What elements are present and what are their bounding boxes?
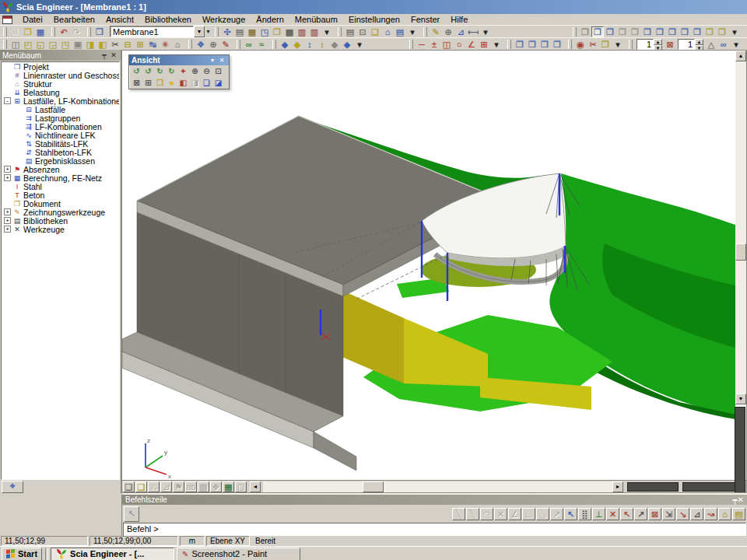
clean-icon[interactable]: ⌂ [171, 39, 184, 50]
activity-filter-icon[interactable]: ⊞ [134, 39, 146, 50]
tree-expander[interactable]: + [4, 217, 11, 224]
plane-selector[interactable]: Ebene XY [206, 536, 250, 546]
clip-box-icon[interactable]: ◧ [177, 78, 189, 88]
cross-snap-icon[interactable]: ✕ [606, 508, 619, 520]
endpoint-snap-icon[interactable]: ↖ [620, 508, 633, 520]
pin-panel-icon[interactable]: ┯ [100, 51, 109, 60]
diagram-icon[interactable]: ⊿ [454, 26, 467, 37]
tree-expander[interactable]: - [4, 97, 11, 104]
tree-item[interactable]: ⇶ LF-Kombinationen [2, 122, 119, 131]
activity-filter-icon[interactable]: ▣ [72, 39, 84, 50]
vertical-scrollbar[interactable]: ▲ ▼ [735, 51, 746, 404]
tree-item[interactable]: ∿ Nichtlineare LFK [2, 131, 119, 139]
export-entity-icon[interactable]: ❐ [599, 39, 612, 50]
horizontal-scrollbar-thumb[interactable] [363, 481, 384, 492]
draw-dimension-icon[interactable]: ± [428, 39, 440, 50]
scroll-left-icon[interactable]: ◂ [250, 481, 261, 492]
document-window-icon[interactable] [2, 16, 12, 24]
link-icon[interactable]: ∞ [717, 39, 730, 50]
menu-tree-tab[interactable]: ❖ [2, 481, 23, 493]
gallery-icon[interactable]: ▥ [296, 26, 308, 37]
clipboard-cut-icon[interactable]: ✂ [109, 39, 121, 50]
select-tool-icon[interactable]: ◆ [328, 39, 341, 50]
more-tools-arrow[interactable]: ▾ [479, 26, 492, 37]
view-params-icon[interactable]: ❑ [201, 78, 212, 88]
command-input[interactable]: Befehl > [123, 523, 746, 537]
cursor-snap-icon[interactable]: ↖ [564, 508, 577, 520]
tree-item[interactable]: T Beton [2, 191, 119, 199]
annotate-icon[interactable]: ✎ [430, 26, 442, 37]
taskbar-task-scia[interactable]: Scia Engineer - [... [51, 548, 174, 560]
save-icon[interactable]: ▦ [34, 26, 47, 37]
tree-item[interactable]: ❒ Projekt [2, 62, 119, 71]
move-tool-icon[interactable]: ↕ [303, 39, 316, 50]
window-layout-icon[interactable]: ❐ [716, 26, 728, 37]
move-tool-icon[interactable]: ↕ [316, 39, 328, 50]
start-button[interactable]: Start [2, 548, 42, 560]
tree-item[interactable]: ⇉ Lastgruppen [2, 114, 119, 122]
spinner-up-icon[interactable]: ▲ [695, 39, 703, 45]
activity-filter-icon[interactable]: ⊟ [121, 39, 134, 50]
menu-item[interactable]: Bearbeiten [48, 15, 100, 25]
close-panel-icon[interactable]: ✕ [109, 51, 118, 60]
draw-circle-icon[interactable]: ○ [453, 39, 465, 50]
zoom-out-icon[interactable]: ⊖ [201, 66, 212, 76]
dock-bar[interactable] [627, 482, 679, 492]
disconnect-members-icon[interactable]: ≈ [255, 39, 268, 50]
draw-angle-icon[interactable]: ∠ [465, 39, 478, 50]
select-tool-icon[interactable]: ◆ [291, 39, 303, 50]
project-data-icon[interactable]: ✣ [221, 26, 233, 37]
toolbar-collapse-icon[interactable]: ▾ [208, 57, 217, 64]
dimension-icon[interactable]: ⟷ [467, 26, 479, 37]
window-layout-icon[interactable]: ❐ [629, 26, 641, 37]
view-toolbar-titlebar[interactable]: Ansicht ▾ ✕ [129, 55, 229, 65]
plane-snap-icon[interactable]: ⌂ [718, 508, 731, 520]
tree-item[interactable]: + ▤ Bibliotheken [2, 216, 119, 225]
tree-expander[interactable]: + [4, 226, 11, 233]
window-layout-icon[interactable]: ❐ [641, 26, 654, 37]
draw-line-icon[interactable]: ─ [416, 39, 428, 50]
activity-filter-icon[interactable]: ◫ [9, 39, 22, 50]
tree-item[interactable]: ⇅ Stabilitäts-LFK [2, 139, 119, 148]
node-snap-icon[interactable]: ↘ [676, 508, 689, 520]
tree-item[interactable]: ⊟ Lastfälle [2, 105, 119, 114]
rotate-view-icon[interactable]: ↺ [131, 66, 142, 76]
open-file-icon[interactable]: ❐ [22, 26, 34, 37]
project-window-icon[interactable]: ❒ [93, 26, 106, 37]
window-layout-icon[interactable]: ❐ [616, 26, 629, 37]
select-tool-icon[interactable]: ◆ [279, 39, 291, 50]
zoom-selection-icon[interactable]: ⊞ [142, 78, 154, 88]
more-tools-arrow[interactable]: ▾ [406, 26, 419, 37]
tree-item[interactable]: + ⚑ Absenzen [2, 165, 119, 173]
dock-bar-vertical[interactable] [735, 407, 745, 493]
menu-item[interactable]: Bibliotheken [139, 15, 197, 25]
tree-expander[interactable]: + [4, 208, 11, 215]
undo-icon[interactable]: ↶ [58, 26, 70, 37]
tree-item[interactable]: - ⊞ Lastfälle, LF-Kombinationen [2, 96, 119, 105]
scale-spinner-value[interactable]: 1 [637, 39, 654, 50]
tree-item[interactable]: + ▦ Berechnung, FE-Netz [2, 173, 119, 182]
regenerate-icon[interactable]: ✳ [159, 39, 171, 50]
layers-manager-icon[interactable]: ▤ [233, 26, 246, 37]
center-snap-icon[interactable]: ⇲ [662, 508, 675, 520]
menu-item[interactable]: Werkzeuge [197, 15, 251, 25]
zoom-in-icon[interactable]: ⊕ [189, 66, 201, 76]
axes-snap-icon[interactable]: ⊥ [592, 508, 605, 520]
more-tools-arrow[interactable]: ▾ [728, 26, 741, 37]
combo-more-arrow[interactable]: ▾ [205, 26, 212, 37]
zoom-all-icon[interactable]: ⊠ [131, 78, 142, 88]
window-layout-icon[interactable]: ❐ [679, 26, 691, 37]
menu-item[interactable]: Datei [17, 15, 48, 25]
tree-item[interactable]: + ✕ Werkzeuge [2, 225, 119, 233]
story-spinner-value[interactable]: 1 [678, 39, 695, 50]
rotate-z-icon[interactable]: ↻ [166, 66, 177, 76]
scroll-up-icon[interactable]: ▲ [735, 51, 746, 61]
copy-view-icon[interactable]: ❐ [551, 39, 563, 50]
gallery2-icon[interactable]: ▥ [308, 26, 321, 37]
tree-item[interactable]: I Stahl [2, 182, 119, 191]
combobox-dropdown-icon[interactable]: ▾ [194, 26, 205, 37]
edge-snap-icon[interactable]: ⊿ [690, 508, 703, 520]
window-layout-icon[interactable]: ❐ [703, 26, 716, 37]
rendered-view-icon[interactable]: ❑ [135, 481, 147, 492]
calculator-icon[interactable]: ▦ [246, 26, 258, 37]
